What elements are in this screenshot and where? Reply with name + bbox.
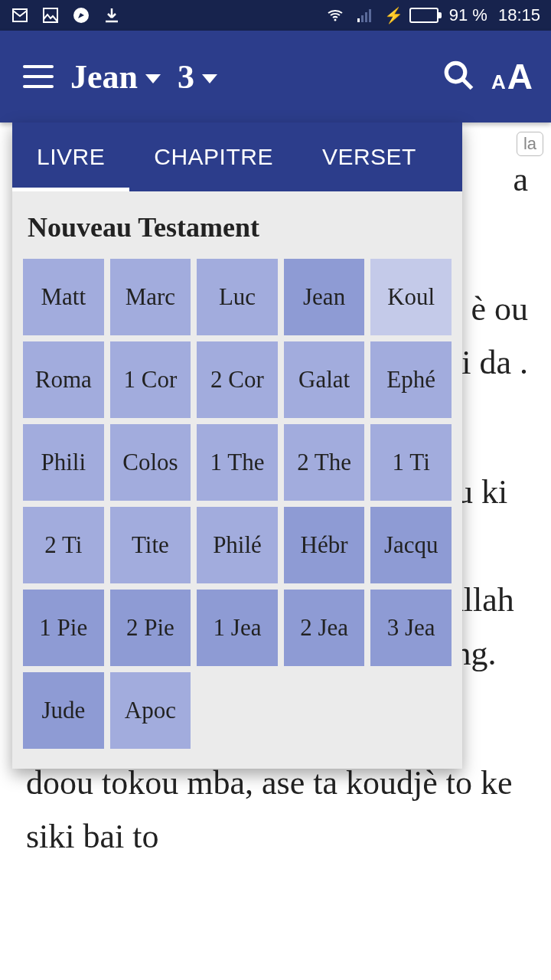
book-jude[interactable]: Jude <box>23 672 104 749</box>
mail-icon <box>11 6 29 24</box>
book-jacqu[interactable]: Jacqu <box>370 507 452 583</box>
text-fragment: ’ è ou i da . <box>454 290 528 381</box>
book-tite[interactable]: Tite <box>110 507 191 583</box>
book-dropdown[interactable]: Jean <box>70 57 161 96</box>
book-2-cor[interactable]: 2 Cor <box>197 341 278 418</box>
book-picker-panel: LIVRE CHAPITRE VERSET Nouveau Testament … <box>12 122 462 769</box>
book-1-ti[interactable]: 1 Ti <box>370 424 452 501</box>
app-bar: Jean 3 AA <box>0 31 551 122</box>
book-2-jea[interactable]: 2 Jea <box>284 590 365 666</box>
book-1-the[interactable]: 1 The <box>197 424 278 501</box>
book-roma[interactable]: Roma <box>23 341 104 418</box>
charging-icon: ⚡ <box>384 6 403 24</box>
book-phili[interactable]: Phili <box>23 424 104 501</box>
menu-button[interactable] <box>23 65 54 88</box>
tab-chapitre[interactable]: CHAPITRE <box>129 122 298 191</box>
book-koul[interactable]: Koul <box>370 259 452 335</box>
text-size-button[interactable]: AA <box>491 56 533 97</box>
book-label: Jean <box>70 57 138 96</box>
book-1-pie[interactable]: 1 Pie <box>23 590 104 666</box>
testament-heading: Nouveau Testament <box>23 205 452 259</box>
clock: 18:15 <box>498 5 540 25</box>
battery-percent: 91 % <box>449 5 487 25</box>
image-icon <box>41 6 60 24</box>
book-1-jea[interactable]: 1 Jea <box>197 590 278 666</box>
svg-rect-4 <box>361 15 364 22</box>
book-marc[interactable]: Marc <box>110 259 191 335</box>
text-fragment: a <box>513 161 528 198</box>
download-icon <box>103 6 121 24</box>
compass-icon <box>72 6 90 24</box>
book-hébr[interactable]: Hébr <box>284 507 365 583</box>
tab-livre[interactable]: LIVRE <box>12 122 129 191</box>
chapter-label: 3 <box>178 57 194 96</box>
book-galat[interactable]: Galat <box>284 341 365 418</box>
picker-tabs: LIVRE CHAPITRE VERSET <box>12 122 462 191</box>
book-jean[interactable]: Jean <box>284 259 365 335</box>
book-2-pie[interactable]: 2 Pie <box>110 590 191 666</box>
battery-icon <box>409 8 439 23</box>
book-philé[interactable]: Philé <box>197 507 278 583</box>
svg-rect-3 <box>357 18 360 22</box>
search-button[interactable] <box>442 59 474 94</box>
svg-point-2 <box>334 19 336 21</box>
svg-rect-5 <box>365 12 367 22</box>
signal-icon <box>355 6 373 24</box>
wifi-icon <box>326 6 344 24</box>
book-colos[interactable]: Colos <box>110 424 191 501</box>
book-apoc[interactable]: Apoc <box>110 672 191 749</box>
status-bar: ⚡ 91 % 18:15 <box>0 0 551 31</box>
book-2-ti[interactable]: 2 Ti <box>23 507 104 583</box>
book-ephé[interactable]: Ephé <box>370 341 452 418</box>
svg-point-7 <box>446 63 465 82</box>
book-2-the[interactable]: 2 The <box>284 424 365 501</box>
svg-line-8 <box>462 79 471 88</box>
chevron-down-icon <box>145 74 161 83</box>
chevron-down-icon <box>202 74 217 83</box>
book-grid: MattMarcLucJeanKoulRoma1 Cor2 CorGalatEp… <box>23 259 452 749</box>
book-3-jea[interactable]: 3 Jea <box>370 590 452 666</box>
tab-verset[interactable]: VERSET <box>298 122 441 191</box>
chapter-dropdown[interactable]: 3 <box>178 57 217 96</box>
book-1-cor[interactable]: 1 Cor <box>110 341 191 418</box>
svg-rect-6 <box>369 9 371 22</box>
book-matt[interactable]: Matt <box>23 259 104 335</box>
book-luc[interactable]: Luc <box>197 259 278 335</box>
